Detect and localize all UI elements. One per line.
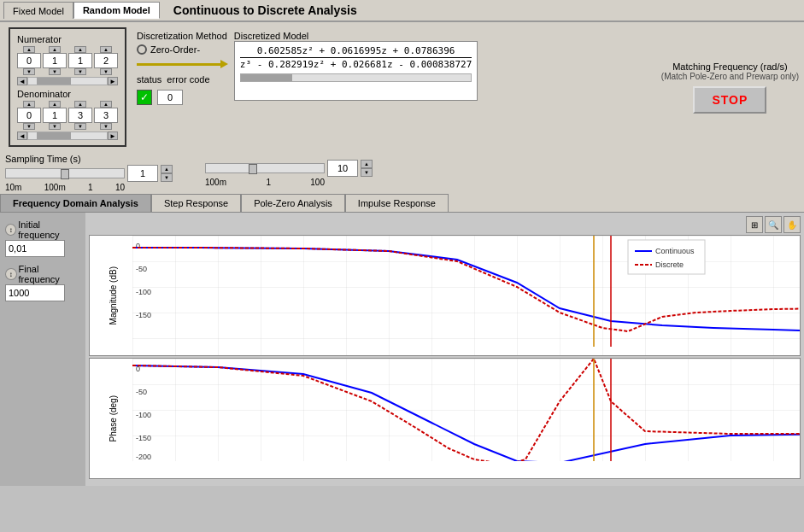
denominator-scrollbar[interactable]: ◄ ► <box>17 132 118 140</box>
chart-area: ⊞ 🔍 ✋ Magnitude (dB) <box>85 213 804 486</box>
svg-text:-150: -150 <box>136 311 151 319</box>
initial-freq-input[interactable]: 0,01 <box>5 240 65 257</box>
den-scroll-thumb[interactable] <box>37 132 71 139</box>
tab-impulse-response[interactable]: Impulse Response <box>345 194 449 212</box>
magnitude-y-axis-label-container: Magnitude (dB) <box>91 236 134 355</box>
tab-frequency-domain[interactable]: Frequency Domain Analysis <box>0 194 151 212</box>
den2-down-btn[interactable]: ▼ <box>74 123 86 130</box>
method-row: Zero-Order- <box>137 44 227 55</box>
stop-area: Matching Frequency (rad/s) (Match Pole-Z… <box>661 27 799 147</box>
matching-freq-section: 10 ▲ ▼ 100m 1 100 <box>205 160 373 187</box>
tab-random-model[interactable]: Random Model <box>73 2 160 19</box>
fraction-line <box>240 57 472 58</box>
chart-toolbar: ⊞ 🔍 ✋ <box>89 216 801 233</box>
arrow-row <box>137 63 227 66</box>
phase-y-axis-label-container: Phase (deg) <box>91 359 134 478</box>
denominator-label: Denominator <box>17 89 118 99</box>
initial-freq-group: ↕ Initial frequency 0,01 <box>5 219 80 257</box>
num0-down-btn[interactable]: ▼ <box>23 68 35 75</box>
fraction-display: 0.602585z² + 0.0616995z + 0.0786396 z³ -… <box>240 45 472 70</box>
matching-down-btn[interactable]: ▼ <box>361 168 373 177</box>
chart-pan-btn[interactable]: ✋ <box>783 216 801 233</box>
svg-text:Continuous: Continuous <box>655 247 695 255</box>
numerator-spin-0: ▲ 0 ▼ <box>17 46 41 75</box>
disc-numerator-text: 0.602585z² + 0.0616995z + 0.0786396 <box>257 45 455 56</box>
denom-spin-0: ▲ 0 ▼ <box>17 101 41 130</box>
num3-down-btn[interactable]: ▼ <box>100 68 112 75</box>
final-freq-row: ↕ Final frequency <box>5 264 80 284</box>
matching-freq-label-block: Matching Frequency (rad/s) (Match Pole-Z… <box>661 61 799 81</box>
sampling-value-input[interactable]: 1 <box>127 165 158 182</box>
num1-down-btn[interactable]: ▼ <box>49 68 61 75</box>
num3-up-btn[interactable]: ▲ <box>100 46 112 53</box>
den3-up-btn[interactable]: ▲ <box>100 101 112 108</box>
den1-down-btn[interactable]: ▼ <box>49 123 61 130</box>
sampling-mid2: 1 <box>88 183 93 192</box>
num-scroll-thumb[interactable] <box>37 78 71 85</box>
num2-down-btn[interactable]: ▼ <box>74 68 86 75</box>
tab-pole-zero[interactable]: Pole-Zero Analysis <box>241 194 345 212</box>
sampling-slider-track[interactable] <box>5 168 125 178</box>
den3-down-btn[interactable]: ▼ <box>100 123 112 130</box>
denom-spin-1: ▲ 1 ▼ <box>43 101 67 130</box>
model-scroll-thumb[interactable] <box>241 74 292 81</box>
svg-rect-8 <box>628 240 705 274</box>
den0-up-btn[interactable]: ▲ <box>23 101 35 108</box>
matching-up-btn[interactable]: ▲ <box>361 160 373 168</box>
sampling-down-btn[interactable]: ▼ <box>161 173 173 182</box>
den0-input[interactable]: 0 <box>17 108 41 123</box>
sampling-mid1: 100m <box>44 183 66 192</box>
num-scroll-left[interactable]: ◄ <box>17 77 27 85</box>
num1-up-btn[interactable]: ▲ <box>49 46 61 53</box>
den1-input[interactable]: 1 <box>43 108 67 123</box>
matching-freq-label2: (Match Pole-Zero and Prewarp only) <box>661 72 799 81</box>
svg-text:Discrete: Discrete <box>655 260 684 269</box>
chart-zoom-fit-btn[interactable]: ⊞ <box>746 216 763 233</box>
chart-zoom-btn[interactable]: 🔍 <box>765 216 782 233</box>
app-title: Continuous to Discrete Analysis <box>167 3 357 17</box>
stop-button[interactable]: STOP <box>693 86 766 114</box>
status-label: status <box>137 74 161 85</box>
numerator-row: ▲ 0 ▼ ▲ 1 ▼ ▲ 1 ▼ <box>17 46 118 75</box>
num2-input[interactable]: 1 <box>68 53 92 68</box>
num-scroll-right[interactable]: ► <box>108 77 118 85</box>
den2-input[interactable]: 3 <box>68 108 92 123</box>
model-scrollbar[interactable] <box>240 73 472 82</box>
den2-up-btn[interactable]: ▲ <box>74 101 86 108</box>
num0-up-btn[interactable]: ▲ <box>23 46 35 53</box>
den-scroll-right[interactable]: ► <box>108 132 118 140</box>
error-code-input[interactable]: 0 <box>157 90 183 105</box>
status-row: status error code <box>137 74 227 85</box>
initial-freq-row: ↕ Initial frequency <box>5 219 80 240</box>
num2-up-btn[interactable]: ▲ <box>74 46 86 53</box>
svg-text:-100: -100 <box>136 411 151 419</box>
num3-input[interactable]: 2 <box>94 53 118 68</box>
matching-freq-controls: 10 ▲ ▼ <box>205 160 373 177</box>
den1-up-btn[interactable]: ▲ <box>49 101 61 108</box>
final-freq-spinner-icon[interactable]: ↕ <box>5 268 17 280</box>
initial-freq-spinner-icon[interactable]: ↕ <box>5 224 16 236</box>
matching-slider-track[interactable] <box>205 163 325 173</box>
den0-down-btn[interactable]: ▼ <box>23 123 35 130</box>
numerator-scrollbar[interactable]: ◄ ► <box>17 77 118 85</box>
den-scroll-left[interactable]: ◄ <box>17 132 27 140</box>
den3-input[interactable]: 3 <box>94 108 118 123</box>
disc-model-column: Discretized Model 0.602585z² + 0.0616995… <box>234 31 478 101</box>
sampling-up-btn[interactable]: ▲ <box>161 165 173 173</box>
tab-fixed-model[interactable]: Fixed Model <box>3 2 73 19</box>
final-freq-input[interactable]: 1000 <box>5 284 65 301</box>
method-radio[interactable] <box>137 44 147 55</box>
sampling-slider-thumb[interactable] <box>61 169 69 179</box>
num1-input[interactable]: 1 <box>43 53 67 68</box>
disc-denominator-text: z³ - 0.282919z² + 0.026681z - 0.00083872… <box>240 59 472 70</box>
disc-model-label: Discretized Model <box>234 31 308 41</box>
tab-step-response[interactable]: Step Response <box>151 194 241 212</box>
matching-value-input[interactable]: 10 <box>327 160 358 177</box>
matching-min: 100m <box>205 178 226 187</box>
bottom-row: Sampling Time (s) 1 ▲ ▼ 10m 100m 1 10 10 <box>0 152 804 194</box>
num0-input[interactable]: 0 <box>17 53 41 68</box>
magnitude-y-label: Magnitude (dB) <box>109 266 118 324</box>
sampling-controls: 1 ▲ ▼ <box>5 165 173 182</box>
matching-slider-thumb[interactable] <box>249 164 257 174</box>
analysis-tabs: Frequency Domain Analysis Step Response … <box>0 194 804 213</box>
